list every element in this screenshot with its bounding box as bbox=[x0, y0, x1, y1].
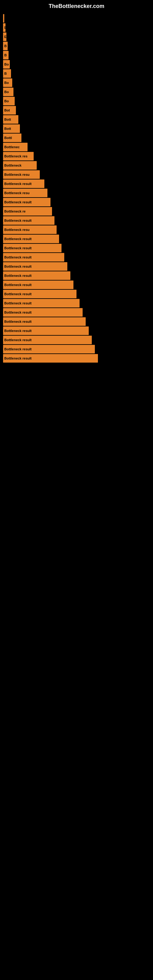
bar-row: Bottleneck result bbox=[3, 317, 153, 326]
bar-34: Bottleneck result bbox=[3, 326, 89, 335]
bar-label-24: Bottleneck result bbox=[4, 237, 32, 241]
bar-row: Bottleneck result bbox=[3, 280, 153, 289]
bar-row bbox=[3, 14, 153, 23]
bar-label-17: Bottleneck resu bbox=[4, 173, 30, 177]
bar-label-3: B bbox=[4, 44, 7, 48]
bar-label-25: Bottleneck result bbox=[4, 246, 32, 250]
bar-3: B bbox=[3, 41, 8, 50]
bar-25: Bottleneck result bbox=[3, 244, 62, 252]
bar-label-12: Bott bbox=[4, 127, 11, 130]
bar-16: Bottleneck bbox=[3, 161, 37, 170]
bar-label-4: B bbox=[4, 53, 7, 57]
bar-row: Bottleneck result bbox=[3, 308, 153, 317]
bar-row: Bottleneck re bbox=[3, 207, 153, 216]
bar-28: Bottleneck result bbox=[3, 271, 70, 280]
bar-27: Bottleneck result bbox=[3, 262, 67, 271]
bar-label-8: Bo bbox=[4, 90, 9, 94]
bar-22: Bottleneck result bbox=[3, 216, 54, 225]
bar-row: Bottleneck result bbox=[3, 180, 153, 188]
bar-1: E bbox=[3, 23, 5, 32]
bar-label-35: Bottleneck result bbox=[4, 338, 32, 342]
bar-2: E bbox=[3, 32, 6, 41]
bar-label-30: Bottleneck result bbox=[4, 292, 32, 296]
bar-18: Bottleneck result bbox=[3, 180, 45, 188]
bar-row: B bbox=[3, 69, 153, 78]
bar-row: Bottleneck resu bbox=[3, 225, 153, 234]
bar-row: Bottleneck result bbox=[3, 216, 153, 225]
bar-8: Bo bbox=[3, 88, 13, 96]
bar-label-18: Bottleneck result bbox=[4, 182, 32, 186]
bar-label-1: E bbox=[4, 26, 5, 29]
bar-12: Bott bbox=[3, 124, 20, 133]
bar-26: Bottleneck result bbox=[3, 253, 64, 261]
bar-row: Bottleneck result bbox=[3, 271, 153, 280]
bar-label-14: Bottlenec bbox=[4, 145, 19, 149]
bar-row: Bottleneck res bbox=[3, 152, 153, 161]
bar-label-31: Bottleneck result bbox=[4, 301, 32, 305]
bar-24: Bottleneck result bbox=[3, 235, 59, 243]
bar-label-13: Bottl bbox=[4, 136, 12, 140]
bar-row: Bottleneck result bbox=[3, 290, 153, 298]
bar-row: Bottleneck result bbox=[3, 336, 153, 344]
bar-row: Bottleneck result bbox=[3, 198, 153, 207]
bar-label-34: Bottleneck result bbox=[4, 329, 32, 332]
bar-label-5: Bo bbox=[4, 62, 9, 66]
bar-row: Bott bbox=[3, 124, 153, 133]
bar-row: Bottleneck result bbox=[3, 326, 153, 335]
bar-35: Bottleneck result bbox=[3, 336, 92, 344]
bar-label-7: Bo bbox=[4, 81, 9, 84]
bar-row: Bottl bbox=[3, 134, 153, 142]
bar-9: Bo bbox=[3, 97, 15, 105]
bar-23: Bottleneck resu bbox=[3, 225, 57, 234]
bar-5: Bo bbox=[3, 60, 10, 68]
bars-container: EEBBBoBBoBoBoBotBottBottBottlBottlenecBo… bbox=[0, 11, 153, 363]
bar-label-19: Bottleneck resu bbox=[4, 191, 30, 195]
bar-row: E bbox=[3, 32, 153, 41]
bar-33: Bottleneck result bbox=[3, 317, 86, 326]
bar-row: Bottleneck result bbox=[3, 244, 153, 252]
bar-30: Bottleneck result bbox=[3, 290, 76, 298]
bar-0 bbox=[3, 14, 4, 23]
bar-29: Bottleneck result bbox=[3, 280, 73, 289]
bar-label-29: Bottleneck result bbox=[4, 283, 32, 286]
bar-row: B bbox=[3, 51, 153, 59]
bar-label-10: Bot bbox=[4, 108, 10, 112]
bar-row: Bottleneck result bbox=[3, 345, 153, 353]
bar-label-36: Bottleneck result bbox=[4, 347, 32, 351]
bar-label-27: Bottleneck result bbox=[4, 265, 32, 268]
bar-17: Bottleneck resu bbox=[3, 170, 40, 179]
bar-row: Bottleneck resu bbox=[3, 170, 153, 179]
bar-label-32: Bottleneck result bbox=[4, 310, 32, 314]
bar-label-9: Bo bbox=[4, 99, 9, 103]
bar-label-2: E bbox=[4, 35, 6, 38]
bar-6: B bbox=[3, 69, 11, 78]
bar-row: Bo bbox=[3, 88, 153, 96]
bar-label-28: Bottleneck result bbox=[4, 274, 32, 277]
bar-label-11: Bott bbox=[4, 118, 11, 121]
bar-label-37: Bottleneck result bbox=[4, 356, 32, 360]
bar-row: Bo bbox=[3, 78, 153, 87]
bar-7: Bo bbox=[3, 78, 12, 87]
bar-31: Bottleneck result bbox=[3, 299, 80, 307]
bar-row: Bottleneck resu bbox=[3, 189, 153, 197]
bar-label-20: Bottleneck result bbox=[4, 200, 32, 204]
bar-15: Bottleneck res bbox=[3, 152, 33, 161]
bar-19: Bottleneck resu bbox=[3, 189, 48, 197]
bar-label-22: Bottleneck result bbox=[4, 219, 32, 222]
bar-label-21: Bottleneck re bbox=[4, 210, 26, 213]
bar-36: Bottleneck result bbox=[3, 345, 95, 353]
bar-row: Bottleneck result bbox=[3, 299, 153, 307]
bar-label-26: Bottleneck result bbox=[4, 255, 32, 259]
bar-37: Bottleneck result bbox=[3, 354, 98, 363]
bar-label-6: B bbox=[4, 72, 7, 75]
bar-21: Bottleneck re bbox=[3, 207, 52, 216]
bar-label-33: Bottleneck result bbox=[4, 320, 32, 323]
bar-row: Bott bbox=[3, 115, 153, 124]
bar-row: E bbox=[3, 23, 153, 32]
bar-label-15: Bottleneck res bbox=[4, 154, 27, 158]
bar-row: Bot bbox=[3, 106, 153, 115]
bar-label-16: Bottleneck bbox=[4, 164, 21, 167]
bar-label-23: Bottleneck resu bbox=[4, 228, 30, 232]
site-title: TheBottlenecker.com bbox=[0, 0, 153, 11]
bar-row: Bottlenec bbox=[3, 143, 153, 151]
